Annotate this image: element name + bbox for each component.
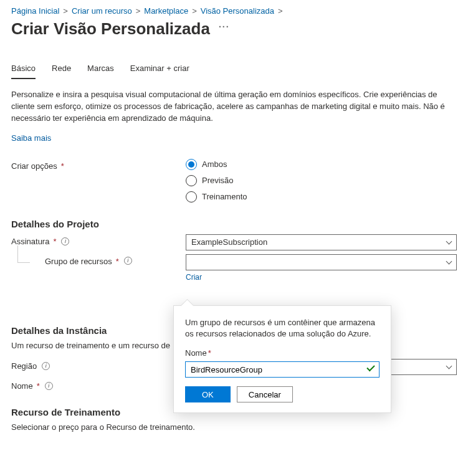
chevron-right-icon: > xyxy=(136,6,141,16)
more-actions-button[interactable]: ··· xyxy=(219,22,230,32)
chevron-right-icon: > xyxy=(278,6,283,16)
radio-option-training[interactable]: Treinamento xyxy=(186,191,247,202)
popup-button-row: OK Cancelar xyxy=(185,386,380,402)
required-indicator: * xyxy=(208,348,211,358)
radio-icon xyxy=(186,175,197,186)
radio-option-prediction[interactable]: Previsão xyxy=(186,175,247,186)
breadcrumb-link[interactable]: Visão Personalizada xyxy=(201,6,274,16)
name-label: Nome* i xyxy=(11,379,186,391)
label-text: Grupo de recursos xyxy=(45,257,112,266)
subscription-row: Assinatura* i ExampleSubscription xyxy=(11,234,457,250)
radio-icon xyxy=(186,159,197,170)
create-options-radio-group: Ambos Previsão Treinamento xyxy=(186,159,247,202)
training-resource-desc: Selecionar o preço para o Recurso de tre… xyxy=(11,422,457,432)
region-label: Região i xyxy=(11,359,186,371)
resource-group-name-input[interactable] xyxy=(185,361,380,378)
breadcrumb: Página Inicial> Criar um recurso> Market… xyxy=(11,6,457,16)
chevron-right-icon: > xyxy=(63,6,68,16)
breadcrumb-link[interactable]: Marketplace xyxy=(144,6,188,16)
rg-label-wrap: Grupo de recursos* i xyxy=(11,254,186,266)
label-text: Assinatura xyxy=(11,237,49,246)
ok-button[interactable]: OK xyxy=(185,386,231,402)
tab-tags[interactable]: Marcas xyxy=(87,60,114,79)
chevron-down-icon xyxy=(446,238,452,244)
tab-review[interactable]: Examinar + criar xyxy=(130,60,189,79)
label-text: Criar opções xyxy=(11,161,57,171)
popup-name-label: Nome* xyxy=(185,348,380,358)
info-icon[interactable]: i xyxy=(124,257,132,265)
info-icon[interactable]: i xyxy=(45,382,53,390)
resource-group-row: Grupo de recursos* i Criar xyxy=(11,254,457,282)
cancel-button[interactable]: Cancelar xyxy=(237,386,293,402)
subscription-dropdown[interactable]: ExampleSubscription xyxy=(186,234,457,250)
chevron-down-icon xyxy=(446,258,452,264)
popup-input-wrap xyxy=(185,361,380,378)
tab-network[interactable]: Rede xyxy=(52,60,71,79)
radio-label: Previsão xyxy=(202,176,234,185)
page-title: Criar Visão Personalizada ··· xyxy=(11,19,457,39)
required-indicator: * xyxy=(37,381,40,391)
create-options-row: Criar opções* Ambos Previsão Treinamento xyxy=(11,159,457,202)
radio-icon xyxy=(186,191,197,202)
resource-group-dropdown[interactable] xyxy=(186,254,457,270)
tab-basic[interactable]: Básico xyxy=(11,60,36,79)
learn-more-link[interactable]: Saiba mais xyxy=(11,133,51,143)
create-options-label: Criar opções* xyxy=(11,159,186,171)
subscription-label: Assinatura* i xyxy=(11,234,186,246)
label-text: Região xyxy=(11,361,37,371)
description-text: Personalize e insira a pesquisa visual c… xyxy=(11,89,457,125)
project-details-heading: Detalhes do Projeto xyxy=(11,219,457,229)
radio-option-both[interactable]: Ambos xyxy=(186,159,247,170)
popup-description: Um grupo de recursos é um contêiner que … xyxy=(185,317,380,340)
label-text: Nome xyxy=(185,348,207,358)
radio-label: Treinamento xyxy=(202,192,247,201)
breadcrumb-link[interactable]: Página Inicial xyxy=(11,6,59,16)
indent-line xyxy=(17,245,30,263)
radio-label: Ambos xyxy=(202,159,227,169)
chevron-right-icon: > xyxy=(192,6,197,16)
info-icon[interactable]: i xyxy=(42,362,50,370)
rg-field-stack: Criar xyxy=(186,254,457,282)
create-resource-group-popup: Um grupo de recursos é um contêiner que … xyxy=(173,305,391,413)
breadcrumb-link[interactable]: Criar um recurso xyxy=(72,6,132,16)
required-indicator: * xyxy=(53,237,56,246)
required-indicator: * xyxy=(116,257,119,266)
dropdown-value: ExampleSubscription xyxy=(191,237,267,247)
tabs: Básico Rede Marcas Examinar + criar xyxy=(11,60,457,79)
label-text: Nome xyxy=(11,381,33,391)
required-indicator: * xyxy=(61,161,64,171)
page-title-text: Criar Visão Personalizada xyxy=(11,19,210,39)
info-icon[interactable]: i xyxy=(61,237,69,245)
create-new-rg-link[interactable]: Criar xyxy=(186,273,202,282)
chevron-down-icon xyxy=(446,363,452,369)
